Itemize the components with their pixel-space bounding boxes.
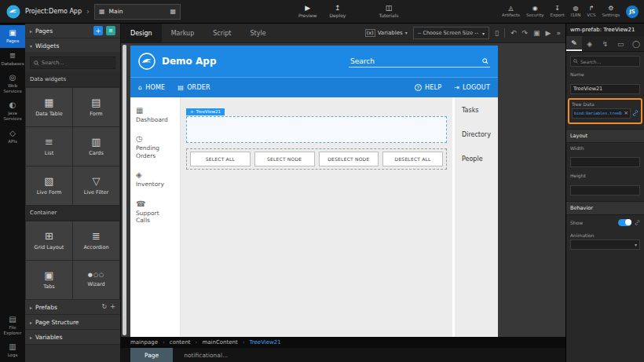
add-prefab-icon[interactable]: + — [110, 304, 115, 310]
select-all-button[interactable]: SELECT ALL — [190, 152, 251, 166]
copy-icon[interactable]: ▣ — [533, 30, 540, 37]
widget-tile-cards[interactable]: ▥ Cards — [73, 127, 119, 166]
tab-properties[interactable]: ✎ — [566, 36, 582, 51]
widget-tile-form[interactable]: ▤ Form — [73, 88, 119, 126]
widget-tile-accordion[interactable]: ≣ Accordion — [73, 221, 119, 260]
canvas-scrollbar[interactable] — [123, 45, 126, 335]
widget-tile-live-filter[interactable]: ▽ Live Filter — [73, 166, 119, 205]
tab-design[interactable]: Design — [121, 24, 162, 42]
breadcrumb-content[interactable]: content — [170, 339, 191, 346]
properties-search-input[interactable] — [580, 59, 637, 64]
run-icon[interactable]: ▶ — [546, 30, 551, 37]
widget-tile-grid-layout[interactable]: ⊞ Grid Layout — [26, 221, 72, 260]
variables-section-header[interactable]: ▸ Variables — [25, 330, 120, 345]
link-tasks[interactable]: Tasks — [462, 107, 498, 114]
preview-search-box[interactable]: Search — [349, 56, 490, 68]
widget-search-input[interactable] — [42, 60, 112, 66]
deploy-button[interactable]: ↥ Deploy — [329, 5, 346, 18]
breadcrumb-maincontent[interactable]: mainContent — [202, 339, 237, 346]
editor-area: Design Markup Script Style (x) Variables… — [121, 24, 565, 362]
buttons-group[interactable]: SELECT ALL SELECT NODE DESELECT NODE DES… — [186, 148, 447, 170]
bind-link-icon[interactable] — [635, 220, 640, 225]
sidebar-item-inventory[interactable]: ◈ Inventory — [136, 171, 174, 188]
widget-tile-list[interactable]: ≡ List — [26, 127, 72, 166]
nav-home[interactable]: ⌂ HOME — [138, 84, 165, 91]
selected-widget-chip[interactable]: + TreeView21 — [186, 108, 225, 115]
page-list-button[interactable]: ≡ — [106, 26, 115, 35]
widgets-section-header[interactable]: ▾ Widgets — [25, 38, 120, 53]
width-input[interactable] — [570, 157, 640, 167]
pages-section-header[interactable]: ▸ Pages + ≡ — [25, 24, 120, 38]
screen-size-select[interactable]: -- Choose Screen Size -- ▾ — [413, 27, 489, 39]
prefabs-section-header[interactable]: ▸ Prefabs ↻ + — [25, 300, 120, 315]
rail-item-java-services[interactable]: ◐ Java Services — [0, 97, 25, 125]
page-grid-icon: ▦ — [99, 9, 105, 15]
breadcrumb-treeview21[interactable]: TreeView21 — [250, 339, 281, 346]
widget-tile-data-table[interactable]: ▦ Data Table — [26, 88, 72, 126]
rail-item-databases[interactable]: ≣ Databases — [0, 48, 25, 71]
export-button[interactable]: ↧ Export — [551, 5, 565, 17]
sidebar-item-support-calls[interactable]: ☎ Support Calls — [136, 200, 174, 225]
shield-icon: ◉ — [532, 5, 538, 12]
link-directory[interactable]: Directory — [462, 131, 498, 138]
sidebar-item-dashboard[interactable]: ▦ Dashboard — [136, 107, 174, 123]
variables-dropdown[interactable]: (x) Variables ▾ — [365, 29, 408, 37]
clear-binding-icon[interactable]: × — [624, 111, 628, 116]
tab-styles[interactable]: ◈ — [582, 36, 598, 51]
tab-device[interactable]: ▭ — [613, 36, 628, 51]
preview-button[interactable]: ▶ Preview — [298, 5, 317, 18]
widget-tile-live-form[interactable]: ▧ Live Form — [26, 166, 72, 205]
vcs-button[interactable]: ↱ VCS — [587, 5, 595, 17]
rail-item-logs[interactable]: ▥ Logs — [0, 339, 25, 362]
preview-content[interactable]: + TreeView21 SELECT ALL SELECT NODE DESE… — [181, 97, 452, 337]
settings-button[interactable]: ⚙ Settings — [602, 5, 620, 17]
show-toggle[interactable] — [618, 219, 631, 226]
treeview-widget[interactable] — [186, 116, 447, 143]
rail-item-web-services[interactable]: ◎ Web Services — [0, 70, 25, 97]
undo-icon[interactable]: ↶ — [510, 30, 517, 37]
nav-help[interactable]: ? HELP — [415, 84, 441, 91]
widget-tile-tabs[interactable]: ▣ Tabs — [26, 261, 72, 299]
i18n-button[interactable]: ◍ I18N — [571, 5, 581, 17]
sidebar-item-pending-orders[interactable]: ◷ Pending Orders — [136, 135, 174, 159]
artifacts-button[interactable]: ◬ Artifacts — [502, 5, 520, 17]
deselect-all-button[interactable]: DESELECT ALL — [382, 152, 443, 166]
branch-icon: ↱ — [589, 5, 595, 12]
properties-search[interactable] — [570, 56, 640, 67]
user-avatar[interactable]: JS — [626, 5, 639, 18]
page-tab[interactable]: Page — [130, 348, 173, 362]
breadcrumb-mainpage[interactable]: mainpage — [130, 339, 158, 346]
name-input[interactable] — [570, 84, 640, 94]
chevron-right-icon: ▸ — [30, 335, 32, 340]
design-canvas[interactable]: Demo App Search ⌂ HOME ▤ ORD — [130, 46, 498, 337]
select-node-button[interactable]: SELECT NODE — [254, 152, 315, 166]
nav-order[interactable]: ▤ ORDER — [177, 84, 210, 91]
tab-markup[interactable]: Markup — [162, 24, 204, 42]
rail-item-pages[interactable]: ▣ Pages — [0, 25, 25, 48]
tutorials-button[interactable]: ◫ Tutorials — [379, 5, 398, 18]
bind-link-icon[interactable] — [632, 110, 639, 116]
tab-more[interactable]: ◯ — [628, 36, 644, 51]
tree-data-input[interactable]: bind:Variables.treeData.dataSet × — [572, 108, 631, 119]
mobile-preview-icon[interactable]: ▯ — [495, 30, 499, 37]
widget-tile-wizard[interactable]: ●○○ Wizard — [73, 261, 119, 299]
deselect-node-button[interactable]: DESELECT NODE — [319, 152, 379, 166]
redo-icon[interactable]: ↷ — [522, 30, 529, 37]
widget-search[interactable] — [30, 57, 115, 69]
page-dropdown[interactable]: ▦ Main ▦ — [94, 4, 181, 20]
rail-item-file-explorer[interactable]: ▤ File Explorer — [0, 312, 25, 339]
page-structure-section-header[interactable]: ▸ Page Structure — [25, 315, 120, 330]
height-input[interactable] — [570, 185, 640, 196]
tab-events[interactable]: ↯ — [598, 36, 613, 51]
chevron-right-icon: ▸ — [30, 320, 32, 325]
nav-logout[interactable]: ⇥ LOGOUT — [454, 84, 490, 91]
rail-item-apis[interactable]: ◇ APIs — [0, 126, 25, 148]
refresh-icon[interactable]: ↻ — [102, 304, 108, 310]
collapse-panel-icon[interactable]: » — [556, 30, 561, 37]
tab-script[interactable]: Script — [203, 24, 240, 42]
tab-style[interactable]: Style — [240, 24, 275, 42]
link-people[interactable]: People — [462, 155, 498, 163]
security-button[interactable]: ◉ Security — [526, 5, 544, 17]
add-page-button[interactable]: + — [93, 26, 103, 35]
animation-select[interactable]: ▾ — [570, 240, 640, 250]
